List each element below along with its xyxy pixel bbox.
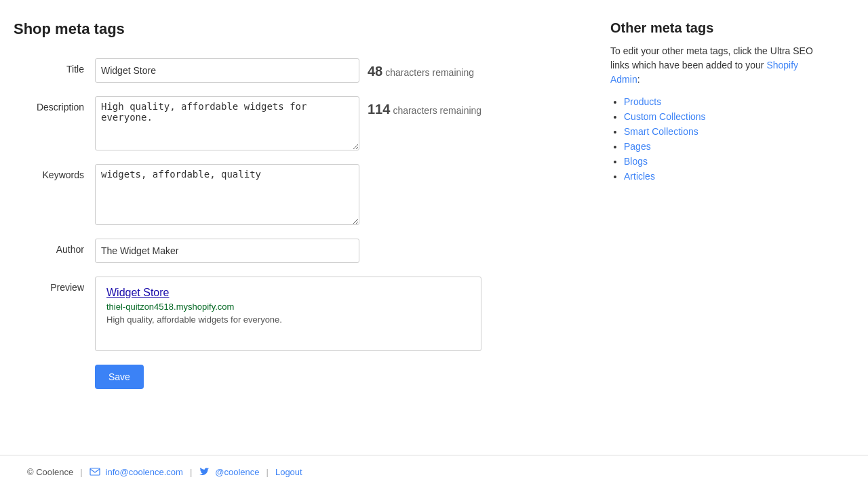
smart-collections-link[interactable]: Smart Collections	[624, 126, 698, 137]
preview-label: Preview	[14, 277, 95, 293]
page-container: Shop meta tags Title 48characters remain…	[0, 0, 868, 488]
author-field-wrap	[95, 239, 583, 263]
left-panel: Shop meta tags Title 48characters remain…	[14, 20, 583, 434]
author-row: Author	[14, 239, 583, 263]
description-char-count: 114	[368, 102, 390, 117]
footer: © Coolence | info@coolence.com | @coolen…	[0, 455, 868, 488]
list-item: Blogs	[624, 156, 814, 167]
title-input[interactable]	[95, 58, 359, 83]
other-meta-list: Products Custom Collections Smart Collec…	[610, 96, 814, 182]
twitter-icon	[199, 466, 210, 477]
preview-field-wrap: Widget Store thiel-quitzon4518.myshopify…	[95, 277, 583, 351]
description-input[interactable]: High quality, affordable widgets for eve…	[95, 96, 359, 150]
footer-sep-1: |	[80, 467, 82, 477]
twitter-link[interactable]: @coolence	[215, 467, 259, 477]
description-label: Description	[14, 96, 95, 113]
list-item: Custom Collections	[624, 111, 814, 122]
description-field-wrap: High quality, affordable widgets for eve…	[95, 96, 583, 150]
author-input[interactable]	[95, 239, 359, 263]
keywords-row: Keywords widgets, affordable, quality	[14, 164, 583, 225]
title-field-wrap: 48characters remaining	[95, 58, 583, 83]
title-chars-remaining: 48characters remaining	[368, 58, 474, 79]
title-chars-label: characters remaining	[385, 67, 474, 78]
custom-collections-link[interactable]: Custom Collections	[624, 111, 706, 122]
title-label: Title	[14, 58, 95, 75]
keywords-label: Keywords	[14, 164, 95, 180]
title-row: Title 48characters remaining	[14, 58, 583, 83]
save-row: Save	[14, 365, 583, 389]
page-title: Shop meta tags	[14, 20, 583, 38]
keywords-field-wrap: widgets, affordable, quality	[95, 164, 583, 225]
logout-link[interactable]: Logout	[275, 467, 302, 477]
email-link[interactable]: info@coolence.com	[106, 467, 183, 477]
description-row: Description High quality, affordable wid…	[14, 96, 583, 150]
list-item: Pages	[624, 141, 814, 152]
other-desc-colon: :	[637, 74, 640, 85]
list-item: Smart Collections	[624, 126, 814, 137]
products-link[interactable]: Products	[624, 96, 661, 107]
description-chars-label: characters remaining	[393, 105, 481, 116]
svg-rect-0	[90, 468, 100, 475]
keywords-input[interactable]: widgets, affordable, quality	[95, 164, 359, 225]
articles-link[interactable]: Articles	[624, 171, 655, 182]
preview-url: thiel-quitzon4518.myshopify.com	[106, 302, 470, 312]
right-panel: Other meta tags To edit your other meta …	[583, 20, 814, 434]
blogs-link[interactable]: Blogs	[624, 156, 648, 167]
save-button[interactable]: Save	[95, 365, 144, 389]
list-item: Products	[624, 96, 814, 107]
other-meta-desc: To edit your other meta tags, click the …	[610, 44, 814, 87]
preview-box: Widget Store thiel-quitzon4518.myshopify…	[95, 277, 481, 351]
footer-sep-3: |	[267, 467, 269, 477]
author-label: Author	[14, 239, 95, 255]
preview-row: Preview Widget Store thiel-quitzon4518.m…	[14, 277, 583, 351]
pages-link[interactable]: Pages	[624, 141, 651, 152]
email-icon	[90, 466, 100, 477]
footer-sep-2: |	[190, 467, 192, 477]
list-item: Articles	[624, 171, 814, 182]
footer-copyright: © Coolence	[27, 467, 73, 477]
preview-title: Widget Store	[106, 287, 470, 299]
other-meta-title: Other meta tags	[610, 20, 814, 36]
title-char-count: 48	[368, 64, 382, 79]
description-chars-remaining: 114characters remaining	[368, 96, 481, 117]
preview-desc: High quality, affordable widgets for eve…	[106, 314, 470, 325]
main-content: Shop meta tags Title 48characters remain…	[0, 0, 868, 455]
